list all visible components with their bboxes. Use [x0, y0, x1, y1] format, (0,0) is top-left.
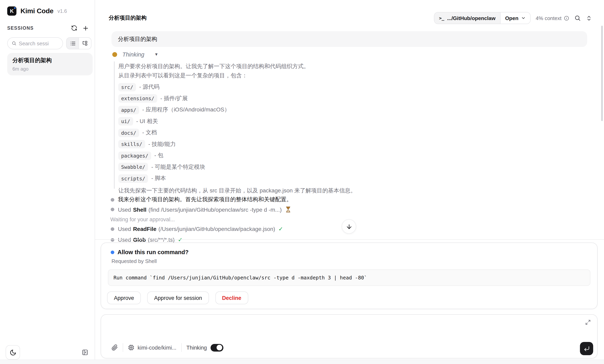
session-list-item[interactable]: 分析项目的架构 6m ago — [7, 53, 93, 75]
moon-icon — [9, 349, 16, 356]
decline-button[interactable]: Decline — [215, 291, 248, 304]
used-label: Used — [118, 226, 131, 232]
thinking-toggle[interactable]: Thinking ▼ — [112, 51, 158, 57]
model-selector[interactable]: kimi-code/kimi... — [128, 344, 176, 351]
tool-args: (find /Users/junjian/GitHub/openclaw/src… — [148, 206, 282, 213]
tool-call-row[interactable]: Used Shell (find /Users/junjian/GitHub/o… — [111, 206, 556, 213]
composer-thinking-label: Thinking — [187, 345, 207, 351]
directory-desc: - UI 相关 — [136, 118, 158, 125]
directory-desc: - 包 — [154, 152, 163, 159]
open-workspace-button[interactable]: Open — [500, 12, 530, 24]
assistant-message-text: 我来分析这个项目的架构。首先让我探索项目的整体结构和关键配置。 — [118, 196, 292, 203]
sessions-label: SESSIONS — [7, 26, 34, 30]
collapse-sidebar-button[interactable] — [82, 349, 88, 356]
approve-button[interactable]: Approve — [107, 291, 141, 304]
dark-mode-toggle-button[interactable] — [6, 345, 20, 360]
paperclip-icon — [112, 344, 118, 351]
panel-collapse-icon — [82, 349, 88, 356]
workspace-path-button[interactable]: >_ .../GitHub/openclaw — [434, 12, 500, 24]
thinking-content: 用户要求分析项目的架构。让我先了解一下这个项目的结构和代码组织方式。 从目录列表… — [118, 61, 580, 195]
command-text: Run command `find /Users/junjian/GitHub/… — [113, 275, 367, 281]
directory-desc: - 技能/能力 — [148, 141, 176, 148]
success-check-icon: ✓ — [178, 237, 182, 243]
divider — [181, 343, 182, 352]
hourglass-pending-icon — [285, 206, 291, 213]
success-check-icon: ✓ — [278, 226, 283, 232]
directory-code: ui/ — [118, 117, 133, 126]
info-icon[interactable] — [564, 15, 569, 21]
bottom-strip — [0, 360, 604, 364]
assistant-message-row: 我来分析这个项目的架构。首先让我探索项目的整体结构和关键配置。 — [111, 196, 556, 203]
context-usage-label: 4% context — [536, 15, 562, 21]
directory-desc: - 源代码 — [139, 84, 159, 91]
expand-composer-button[interactable] — [585, 319, 591, 325]
tool-name: ReadFile — [133, 226, 156, 232]
attach-file-button[interactable] — [112, 344, 118, 351]
model-label: kimi-code/kimi... — [138, 345, 176, 351]
directory-desc: - 脚本 — [151, 175, 166, 182]
user-message-text: 分析项目的架构 — [118, 36, 157, 43]
terminal-prompt-icon: >_ — [439, 15, 444, 21]
directory-code: apps/ — [118, 106, 139, 114]
bullet-icon — [111, 198, 114, 201]
session-search-box[interactable] — [7, 37, 63, 49]
list-view-button[interactable] — [67, 38, 79, 49]
thinking-paragraph: 让我先探索一下主要的代码结构，从 src 目录开始，以及 package.jso… — [118, 186, 580, 195]
divider — [123, 343, 123, 352]
tree-view-button[interactable] — [79, 38, 91, 49]
send-button[interactable] — [580, 342, 593, 355]
search-input[interactable] — [19, 40, 60, 46]
session-timestamp: 6m ago — [13, 66, 88, 72]
chevrons-up-down-icon — [586, 15, 592, 21]
tool-name: Glob — [133, 237, 146, 243]
message-composer[interactable]: kimi-code/kimi... Thinking — [101, 314, 598, 358]
thinking-status-dot — [112, 52, 117, 57]
directory-item: packages/ - 包 — [118, 150, 580, 161]
vertical-scrollbar-thumb[interactable] — [601, 26, 603, 121]
tool-call-row[interactable]: Used ReadFile (/Users/junjian/GitHub/ope… — [111, 226, 556, 232]
refresh-icon — [71, 25, 77, 31]
directory-item: src/ - 源代码 — [118, 81, 580, 93]
approve-for-session-button[interactable]: Approve for session — [147, 291, 209, 304]
directory-code: src/ — [118, 83, 136, 91]
bottom-panel-divider — [95, 239, 604, 240]
search-icon — [12, 40, 16, 46]
main-header: 分析项目的架构 >_ .../GitHub/openclaw Open — [95, 0, 604, 26]
directory-item: skills/ - 技能/能力 — [118, 138, 580, 150]
directory-item: docs/ - 文档 — [118, 127, 580, 138]
list-view-icon — [70, 40, 76, 46]
approval-status-dot — [111, 250, 114, 254]
logo-letter: K — [10, 8, 14, 14]
chevron-down-icon — [521, 16, 526, 20]
thinking-label: Thinking — [122, 51, 144, 58]
app-window: K Kimi Code v1.6 SESSIONS — [0, 0, 604, 364]
directory-desc: - 文档 — [142, 129, 157, 136]
directory-item: Swabble/ - 可能是某个特定模块 — [118, 161, 580, 173]
sort-button[interactable] — [586, 15, 592, 21]
context-usage: 4% context — [536, 15, 569, 21]
bullet-icon — [111, 208, 114, 211]
new-session-button[interactable] — [82, 25, 89, 31]
waiting-approval-text: Waiting for your approval... — [110, 217, 175, 222]
scroll-to-bottom-button[interactable] — [342, 219, 356, 234]
thinking-rule — [114, 61, 115, 189]
directory-item: ui/ - UI 相关 — [118, 116, 580, 127]
thinking-toggle-switch[interactable] — [211, 344, 223, 351]
tool-call-row[interactable]: Used Glob (src/**/*.ts) ✓ — [111, 237, 556, 243]
refresh-sessions-button[interactable] — [71, 25, 77, 31]
app-brand: K Kimi Code v1.6 — [7, 6, 67, 16]
directory-code: extensions/ — [118, 94, 157, 103]
thinking-paragraph: 从目录列表中可以看到这是一个复杂的项目，包含： — [118, 71, 580, 80]
arrow-down-icon — [346, 223, 352, 230]
directory-code: docs/ — [118, 129, 139, 137]
expand-icon — [585, 319, 591, 325]
approval-dialog: Allow this run command? Requested by She… — [101, 243, 598, 309]
directory-code: Swabble/ — [118, 163, 148, 171]
tool-name: Shell — [133, 206, 146, 213]
enter-key-icon — [583, 345, 590, 352]
approval-title: Allow this run command? — [117, 249, 189, 255]
search-chat-button[interactable] — [574, 15, 581, 21]
app-name: Kimi Code — [20, 7, 53, 15]
tree-view-icon — [82, 40, 88, 46]
search-icon — [574, 15, 581, 21]
